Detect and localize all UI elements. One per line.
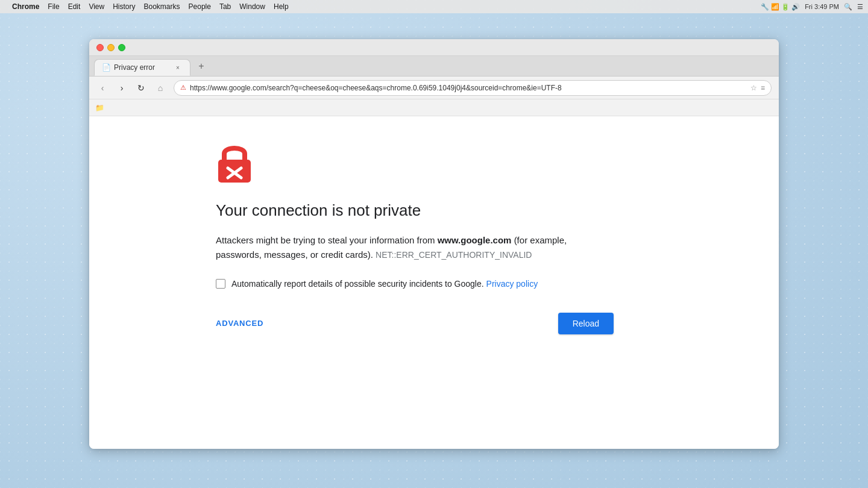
- tab-close-button[interactable]: ×: [173, 63, 183, 72]
- error-domain: www.google.com: [438, 235, 512, 245]
- notification-icon[interactable]: ☰: [857, 3, 863, 11]
- tab-title: Privacy error: [114, 63, 169, 72]
- menu-item-edit[interactable]: Edit: [68, 2, 81, 11]
- error-code: NET::ERR_CERT_AUTHORITY_INVALID: [376, 250, 532, 260]
- system-menubar: Chrome File Edit View History Bookmarks …: [0, 0, 868, 13]
- reader-mode-icon[interactable]: ≡: [761, 84, 765, 92]
- menu-item-window[interactable]: Window: [239, 2, 265, 11]
- home-button[interactable]: ⌂: [152, 80, 169, 96]
- bookmark-star-icon[interactable]: ☆: [750, 84, 757, 92]
- menu-item-people[interactable]: People: [189, 2, 211, 11]
- checkbox-label: Automatically report details of possible…: [231, 279, 538, 289]
- minimize-button[interactable]: [107, 44, 115, 51]
- system-right-icons: 🔧 📶 🔋 🔊 Fri 3:49 PM 🔍 ☰: [761, 3, 863, 11]
- bookmarks-bar: 📁: [89, 99, 779, 116]
- lock-icon-wrapper: [216, 140, 614, 186]
- security-indicator-icon: ⚠: [180, 84, 186, 92]
- system-menu-items: Chrome File Edit View History Bookmarks …: [12, 2, 289, 11]
- maximize-button[interactable]: [118, 44, 125, 51]
- menu-item-file[interactable]: File: [48, 2, 59, 11]
- menu-item-chrome[interactable]: Chrome: [12, 2, 39, 11]
- advanced-button[interactable]: ADVANCED: [216, 319, 263, 328]
- menu-item-view[interactable]: View: [89, 2, 104, 11]
- menu-item-help[interactable]: Help: [274, 2, 289, 11]
- reload-nav-button[interactable]: ↻: [133, 80, 149, 96]
- menu-item-history[interactable]: History: [113, 2, 135, 11]
- privacy-error-icon: [216, 140, 253, 184]
- error-description-before: Attackers might be trying to steal your …: [216, 235, 435, 245]
- nav-bar: ‹ › ↻ ⌂ ⚠ https://www.google.com/search?…: [89, 77, 779, 99]
- bookmarks-folder-icon[interactable]: 📁: [95, 104, 104, 112]
- spotlight-icon[interactable]: 🔍: [844, 3, 852, 11]
- back-button[interactable]: ‹: [94, 80, 111, 96]
- address-bar[interactable]: ⚠ https://www.google.com/search?q=cheese…: [174, 80, 772, 96]
- checkbox-row: Automatically report details of possible…: [216, 279, 614, 289]
- browser-window: 📄 Privacy error × + ‹ › ↻ ⌂ ⚠ https://ww…: [89, 39, 779, 449]
- forward-button[interactable]: ›: [113, 80, 130, 96]
- error-container: Your connection is not private Attackers…: [216, 140, 614, 334]
- tab-bar: 📄 Privacy error × +: [89, 56, 779, 77]
- url-display: https://www.google.com/search?q=cheese&o…: [190, 84, 747, 92]
- menu-item-tab[interactable]: Tab: [219, 2, 231, 11]
- new-tab-button[interactable]: +: [193, 58, 210, 75]
- traffic-lights: [96, 44, 125, 51]
- reload-button[interactable]: Reload: [558, 313, 614, 334]
- browser-tab[interactable]: 📄 Privacy error ×: [94, 59, 190, 76]
- actions-row: ADVANCED Reload: [216, 313, 614, 334]
- tab-page-icon: 📄: [102, 63, 110, 72]
- system-time: Fri 3:49 PM: [805, 3, 839, 10]
- close-button[interactable]: [96, 44, 104, 51]
- privacy-policy-link[interactable]: Privacy policy: [486, 279, 538, 289]
- error-description: Attackers might be trying to steal your …: [216, 233, 614, 262]
- page-content: Your connection is not private Attackers…: [89, 116, 779, 449]
- menu-item-bookmarks[interactable]: Bookmarks: [144, 2, 180, 11]
- system-icons: 🔧 📶 🔋 🔊: [761, 3, 800, 11]
- auto-report-checkbox[interactable]: [216, 279, 225, 289]
- title-bar: [89, 39, 779, 56]
- error-title: Your connection is not private: [216, 201, 614, 221]
